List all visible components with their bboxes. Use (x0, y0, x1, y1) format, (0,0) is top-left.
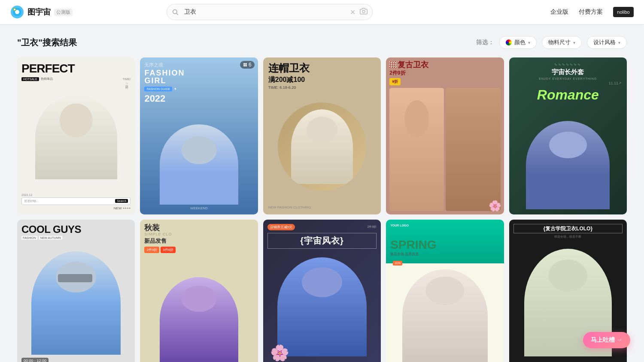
svg-point-4 (14, 9, 15, 10)
card-7-title: 秋装 (144, 224, 253, 232)
card-6[interactable]: COOL GUYS FASHION NEW AUTUMN 00:00 - 12:… (17, 220, 135, 362)
beta-tag: 公测版 (54, 9, 73, 16)
svg-rect-8 (243, 63, 245, 64)
card-4-content: 复古卫衣 2件9折 ¥折 🌸 (386, 57, 504, 214)
filter-style-label: 设计风格 (593, 39, 616, 46)
hot-badge: HOTSALE (21, 77, 39, 81)
card-7-promo1: 2件9折 (144, 247, 159, 253)
app-header: 图宇宙 公测版 ✕ 企业版 付费方案 nolibo (0, 0, 644, 24)
card-8-promo2: 2件9折 (367, 225, 377, 229)
filter-size-btn[interactable]: 物料尺寸 ▾ (542, 36, 582, 49)
search-header: "卫衣"搜索结果 筛选： 颜色 ▾ 物料尺寸 ▾ 设计风格 ▾ (17, 36, 627, 49)
card-6-tag2: NEW AUTUMN (39, 236, 62, 240)
logo-icon (10, 5, 24, 19)
card-6-time: 00:00 - 12:00 (21, 358, 49, 362)
card-4[interactable]: 复古卫衣 2件9折 ¥折 🌸 (386, 57, 504, 214)
card-8-content: 店铺券立减5元 2件9折 {宇宙风衣} 🌸 Ducoat (263, 220, 381, 362)
flower-icon: 🌸 (489, 200, 501, 212)
card-6-title: COOL GUYS (21, 224, 131, 235)
hot-text: 热销单品 (41, 77, 53, 81)
search-title: "卫衣"搜索结果 (17, 37, 77, 48)
card-3-label: NEW FASHION CLOTHING (268, 205, 376, 209)
svg-point-5 (173, 10, 177, 14)
enterprise-link[interactable]: 企业版 (550, 8, 568, 16)
pricing-link[interactable]: 付费方案 (579, 8, 603, 16)
filter-color-btn[interactable]: 颜色 ▾ (499, 36, 537, 49)
card-4-title: 复古卫衣 (398, 61, 428, 69)
svg-rect-9 (246, 63, 247, 64)
chevron-down-icon-3: ▾ (618, 40, 620, 45)
main-content: "卫衣"搜索结果 筛选： 颜色 ▾ 物料尺寸 ▾ 设计风格 ▾ PERFECT (0, 24, 644, 362)
chevron-down-icon: ▾ (528, 40, 530, 45)
filter-area: 筛选： 颜色 ▾ 物料尺寸 ▾ 设计风格 ▾ (476, 36, 627, 49)
card-3-time: TIME: 6.18-6.20 (268, 85, 376, 90)
search-input[interactable] (167, 4, 373, 20)
card-5[interactable]: ∿∿∿∿∿∿∿ 宇宙长外套 ENJOY EVERYDAY EVERYTHING … (509, 57, 627, 214)
float-button[interactable]: 马上吐槽 → (583, 332, 630, 348)
card-10-title: {复古学院卫衣LOLO} (513, 224, 623, 233)
card-4-badge2: ¥折 (389, 78, 401, 85)
card-5-subtitle: ENJOY EVERYDAY EVERYTHING (514, 77, 622, 80)
card-2-deco: ✦ (174, 87, 177, 91)
color-dot-icon (506, 39, 512, 45)
card-4-promo: 2件9折 (389, 69, 500, 77)
guide-badge: FASHION GUIDE (144, 87, 172, 91)
card-9-subtitle: 集品全场 品质优选 (390, 252, 499, 256)
card-1-title: PERFECT (21, 62, 131, 75)
card-5-title: 宇宙长外套 (514, 68, 622, 76)
search-bar: ✕ (167, 4, 373, 20)
card-1[interactable]: PERFECT HOTSALE 热销单品 TIME/ 限/时 2022.12 迷… (17, 57, 135, 214)
filter-style-btn[interactable]: 设计风格 ▾ (587, 36, 627, 49)
card-2[interactable]: 6 无序之境 FASHION GIRL FASHION GUIDE ✦ 2022… (140, 57, 258, 214)
svg-rect-10 (243, 65, 245, 66)
camera-icon[interactable] (360, 7, 368, 17)
card-5-deco: ∿∿∿∿∿∿∿ (514, 63, 622, 66)
card-6-tag1: FASHION (21, 236, 37, 240)
results-grid: PERFECT HOTSALE 热销单品 TIME/ 限/时 2022.12 迷… (17, 57, 627, 362)
card-5-content: ∿∿∿∿∿∿∿ 宇宙长外套 ENJOY EVERYDAY EVERYTHING … (509, 57, 627, 214)
card-7-promo2: 3件8折 (161, 247, 176, 253)
card-7-sub: 新品发售 (144, 237, 253, 245)
card-7-en-decor: SIMPLE CLO (144, 232, 253, 236)
filter-size-label: 物料尺寸 (548, 39, 571, 46)
card-2-title: FASHION (144, 69, 253, 77)
card-3-title: 连帽卫衣 (268, 63, 376, 74)
card-2-content: 无序之境 FASHION GIRL FASHION GUIDE ✦ 2022 W… (140, 57, 258, 214)
card-2-badge: 6 (240, 61, 255, 69)
card-9[interactable]: YOUR LOGO SPRING 集品全场 品质优选 20% 66 ¥ 2件8折… (386, 220, 504, 362)
header-right: 企业版 付费方案 nolibo (550, 7, 634, 17)
card-3-content: 连帽卫衣 满200减100 TIME: 6.18-6.20 NEW FASHIO… (263, 57, 381, 214)
card-3[interactable]: 连帽卫衣 满200减100 TIME: 6.18-6.20 NEW FASHIO… (263, 57, 381, 214)
search-icon (172, 9, 179, 15)
svg-point-7 (362, 10, 365, 13)
search-clear-icon[interactable]: ✕ (350, 8, 355, 16)
card-2-subtitle: 无序之境 (144, 62, 253, 68)
card-6-content: COOL GUYS FASHION NEW AUTUMN 00:00 - 12:… (17, 220, 135, 362)
card-1-date: 2022.12 (21, 193, 131, 196)
svg-line-6 (176, 13, 178, 15)
logo-text: 图宇宙 (27, 7, 51, 17)
card-7-content: 秋装 SIMPLE CLO 新品发售 2件9折 3件8折 ▶▶▶ SIMPLE … (140, 220, 258, 362)
card-9-content: YOUR LOGO SPRING 集品全场 品质优选 20% 66 ¥ 2件8折… (386, 220, 504, 362)
card-8-title: {宇宙风衣} (267, 233, 377, 249)
discount-badge: 20% (393, 261, 402, 265)
card-5-promo-badge: 11.11↗ (514, 81, 622, 85)
card-2-bottom: WEEKEND (144, 206, 253, 210)
card-9-logo: YOUR LOGO (390, 224, 499, 227)
filter-color-label: 颜色 (514, 39, 526, 46)
card-9-title: SPRING (390, 239, 499, 251)
card-8-flower: 🌸 (270, 344, 289, 362)
chevron-down-icon-2: ▾ (573, 40, 575, 45)
filter-label: 筛选： (476, 39, 494, 46)
card-8[interactable]: 店铺券立减5元 2件9折 {宇宙风衣} 🌸 Ducoat (263, 220, 381, 362)
checker-icon (389, 61, 396, 68)
card-2-title2: GIRL (144, 77, 253, 85)
card-1-extra: NEW ++++ (21, 206, 131, 210)
card-1-search: 迷迷好物... Search (21, 197, 131, 205)
logo-area[interactable]: 图宇宙 公测版 (10, 5, 73, 19)
card-3-promo: 满200减100 (268, 75, 376, 84)
brand-logo: nolibo (613, 7, 634, 17)
card-5-big-text: Romance (514, 88, 622, 102)
card-7[interactable]: 秋装 SIMPLE CLO 新品发售 2件9折 3件8折 ▶▶▶ SIMPLE … (140, 220, 258, 362)
card-10-subtitle: 精选全场，惊喜不断 (513, 235, 623, 239)
